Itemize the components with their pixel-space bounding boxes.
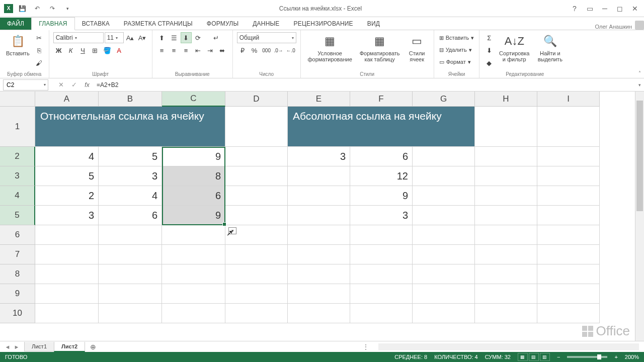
tab-insert[interactable]: ВСТАВКА (75, 18, 117, 30)
copy-icon[interactable]: ⎘ (34, 45, 45, 56)
name-box[interactable]: C2▾ (3, 79, 48, 90)
cell[interactable] (99, 304, 162, 323)
cell[interactable] (537, 107, 600, 147)
cell[interactable]: 4 (35, 147, 99, 166)
cell[interactable] (537, 166, 600, 186)
cell[interactable] (413, 284, 475, 304)
decrease-indent-icon[interactable]: ⇤ (193, 45, 204, 56)
cell[interactable] (475, 206, 537, 225)
select-all-corner[interactable] (0, 92, 35, 107)
cell[interactable] (475, 107, 537, 147)
cell[interactable] (413, 166, 475, 186)
cell[interactable] (537, 147, 600, 166)
view-normal-icon[interactable]: ▦ (518, 353, 528, 361)
row-header[interactable]: 7 (0, 245, 35, 264)
number-format-combo[interactable]: Общий▾ (237, 32, 296, 43)
column-header[interactable]: E (288, 92, 350, 107)
cell[interactable] (288, 186, 350, 206)
zoom-slider[interactable] (567, 356, 607, 358)
format-painter-icon[interactable]: 🖌 (34, 57, 45, 68)
cell[interactable] (288, 245, 350, 264)
add-sheet-icon[interactable]: ⊕ (88, 343, 99, 351)
cell[interactable] (225, 284, 288, 304)
cell[interactable] (288, 166, 350, 186)
autofill-options-icon[interactable]: ▾ (228, 227, 236, 234)
row-header[interactable]: 6 (0, 225, 35, 245)
row-header[interactable]: 8 (0, 264, 35, 284)
user-avatar-icon[interactable] (635, 21, 644, 30)
row-header[interactable]: 4 (0, 186, 35, 206)
cell[interactable] (225, 245, 288, 264)
cell[interactable] (350, 284, 413, 304)
column-header[interactable]: F (350, 92, 413, 107)
cut-icon[interactable]: ✂ (34, 32, 45, 43)
insert-cells-button[interactable]: ⊞Вставить ▾ (438, 32, 475, 43)
font-name-combo[interactable]: Calibri▾ (53, 32, 104, 43)
cell[interactable] (537, 264, 600, 284)
zoom-level[interactable]: 200% (625, 354, 639, 360)
italic-icon[interactable]: К (65, 45, 76, 56)
cell[interactable] (225, 206, 288, 225)
tab-review[interactable]: РЕЦЕНЗИРОВАНИЕ (287, 18, 360, 30)
table-header[interactable]: Абсолютная ссылка на ячейку (288, 107, 475, 147)
align-center-icon[interactable]: ≡ (169, 45, 180, 56)
cell[interactable] (225, 304, 288, 323)
cell[interactable] (288, 264, 350, 284)
column-header[interactable]: G (413, 92, 475, 107)
cell[interactable] (225, 166, 288, 186)
row-header[interactable]: 1 (0, 107, 35, 147)
zoom-in-icon[interactable]: + (614, 354, 617, 360)
cell[interactable] (350, 264, 413, 284)
cell[interactable]: 3 (350, 206, 413, 225)
cell[interactable]: 3 (35, 206, 99, 225)
cell[interactable] (99, 264, 162, 284)
cell[interactable] (35, 225, 99, 245)
tab-view[interactable]: ВИД (360, 18, 387, 30)
row-header[interactable]: 3 (0, 166, 35, 186)
column-header[interactable]: A (35, 92, 99, 107)
sheet-tab-1[interactable]: Лист1 (24, 342, 54, 351)
cell[interactable] (537, 284, 600, 304)
cell[interactable]: 3 (99, 166, 162, 186)
cell[interactable]: 2 (35, 186, 99, 206)
help-icon[interactable]: ? (568, 3, 582, 14)
cell[interactable] (225, 147, 288, 166)
cell[interactable] (537, 245, 600, 264)
cell[interactable] (288, 225, 350, 245)
row-header[interactable]: 2 (0, 147, 35, 166)
cell[interactable] (99, 245, 162, 264)
save-icon[interactable]: 💾 (16, 3, 28, 15)
cell[interactable] (162, 264, 225, 284)
row-header[interactable]: 9 (0, 284, 35, 304)
tab-layout[interactable]: РАЗМЕТКА СТРАНИЦЫ (117, 18, 200, 30)
sheet-nav-next-icon[interactable]: ► (13, 344, 20, 350)
bold-icon[interactable]: Ж (53, 45, 64, 56)
cell[interactable] (475, 304, 537, 323)
cell[interactable] (413, 225, 475, 245)
decrease-font-icon[interactable]: A▾ (137, 32, 148, 43)
find-select-button[interactable]: 🔍 Найти и выделить (534, 32, 566, 63)
sheet-nav-prev-icon[interactable]: ◄ (4, 344, 11, 350)
cell[interactable]: 6 (350, 147, 413, 166)
align-left-icon[interactable]: ≡ (156, 45, 168, 56)
paste-button[interactable]: 📋 Вставить (4, 32, 32, 57)
cell[interactable]: 9 (162, 147, 225, 166)
cell[interactable]: 9 (162, 206, 225, 225)
column-header[interactable]: B (99, 92, 162, 107)
cell[interactable] (288, 206, 350, 225)
fill-color-icon[interactable]: 🪣 (102, 45, 113, 56)
underline-icon[interactable]: Ч (77, 45, 89, 56)
cell[interactable] (413, 245, 475, 264)
cancel-formula-icon[interactable]: ✕ (54, 79, 67, 90)
delete-cells-button[interactable]: ⊟Удалить ▾ (438, 44, 473, 55)
cell[interactable] (288, 284, 350, 304)
tab-file[interactable]: ФАЙЛ (0, 18, 31, 30)
cell[interactable]: 9 (350, 186, 413, 206)
table-header[interactable]: Относительная ссылка на ячейку (35, 107, 225, 147)
cell[interactable] (35, 245, 99, 264)
cell[interactable]: 5 (35, 166, 99, 186)
cell[interactable] (225, 186, 288, 206)
cell[interactable]: 6 (99, 206, 162, 225)
column-header[interactable]: I (537, 92, 600, 107)
qat-customize-icon[interactable]: ▾ (61, 3, 73, 15)
